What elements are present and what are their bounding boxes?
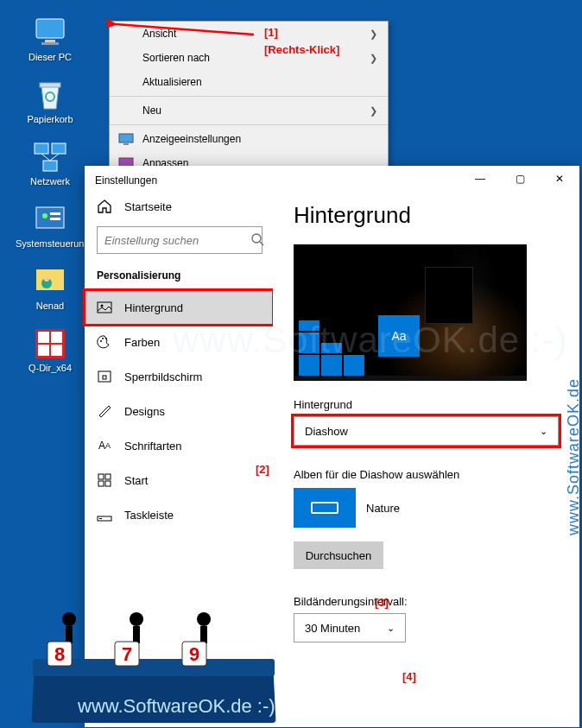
nav-fonts[interactable]: AA Schriftarten <box>85 428 273 463</box>
search-input[interactable] <box>104 234 250 247</box>
svg-rect-16 <box>38 332 49 343</box>
icon-label: Q-Dir_x64 <box>16 363 85 373</box>
desktop-context-menu: Ansicht❯ Sortieren nach❯ Aktualisieren N… <box>109 21 389 176</box>
interval-dropdown[interactable]: 30 Minuten ⌄ <box>294 613 406 643</box>
section-heading: Personalisierung <box>85 266 273 290</box>
bg-field-label: Hintergrund <box>294 398 559 411</box>
desktop-icon-user[interactable]: Nenad <box>16 264 85 311</box>
svg-rect-5 <box>35 143 48 154</box>
desktop-icon-qdir[interactable]: Q-Dir_x64 <box>16 326 85 373</box>
search-box[interactable] <box>97 226 263 254</box>
watermark-center: www.SoftwareOK.de :-) <box>173 320 567 361</box>
svg-rect-36 <box>98 481 104 486</box>
icon-label: Papierkorb <box>16 114 85 124</box>
ctx-new[interactable]: Neu❯ <box>110 98 388 123</box>
svg-rect-2 <box>41 42 59 45</box>
svg-text:8: 8 <box>54 643 65 665</box>
separator <box>110 96 388 97</box>
svg-point-46 <box>130 612 143 626</box>
icon-label: Netzwerk <box>16 176 85 187</box>
maximize-button[interactable]: ▢ <box>500 166 540 192</box>
ctx-display-settings[interactable]: Anzeigeeinstellungen <box>110 127 388 151</box>
icon-label: Systemsteuerung <box>16 238 85 249</box>
settings-main: — ▢ ✕ Hintergrund Aa Hintergrund Diashow… <box>273 166 579 727</box>
picture-icon <box>97 300 112 315</box>
window-title: Einstellungen <box>85 166 273 195</box>
chevron-down-icon: ⌄ <box>540 426 547 437</box>
icon-label: Nenad <box>16 301 85 311</box>
taskbar-icon <box>97 507 112 522</box>
svg-rect-41 <box>313 503 337 512</box>
chevron-right-icon: ❯ <box>370 98 377 123</box>
svg-rect-7 <box>43 161 57 171</box>
preview-taskbar <box>294 376 527 381</box>
font-icon: AA <box>97 438 112 453</box>
svg-rect-47 <box>133 626 140 643</box>
nav-start[interactable]: Start <box>85 463 273 497</box>
desktop-icon-this-pc[interactable]: Dieser PC <box>16 16 85 62</box>
ctx-refresh[interactable]: Aktualisieren <box>110 70 388 94</box>
svg-rect-1 <box>45 40 55 42</box>
annotation-rightclick: [Rechts-Klick] <box>264 43 339 56</box>
svg-rect-43 <box>66 626 73 643</box>
svg-line-26 <box>260 242 263 245</box>
svg-rect-33 <box>103 376 106 379</box>
svg-rect-32 <box>98 371 111 382</box>
figure-9: 9 <box>182 612 211 666</box>
nav-themes[interactable]: Designs <box>85 394 273 428</box>
icon-label: Dieser PC <box>16 52 85 62</box>
dropdown-value: Diashow <box>305 425 348 438</box>
browse-button[interactable]: Durchsuchen <box>294 541 383 569</box>
display-icon <box>118 131 134 147</box>
ctx-sort[interactable]: Sortieren nach❯ <box>110 46 388 70</box>
close-button[interactable]: ✕ <box>540 166 579 192</box>
nav-taskbar[interactable]: Taskleiste <box>85 497 273 532</box>
svg-rect-34 <box>98 474 104 479</box>
chevron-down-icon: ⌄ <box>387 623 395 634</box>
svg-rect-20 <box>119 134 133 142</box>
minimize-button[interactable]: — <box>460 166 500 192</box>
desktop-icon-network[interactable]: Netzwerk <box>16 140 85 187</box>
svg-rect-21 <box>123 143 129 145</box>
svg-text:9: 9 <box>189 643 199 665</box>
ctx-view[interactable]: Ansicht❯ <box>110 22 388 46</box>
nav-lockscreen[interactable]: Sperrbildschirm <box>85 359 273 394</box>
svg-rect-3 <box>40 83 60 87</box>
svg-rect-51 <box>200 626 207 643</box>
svg-rect-37 <box>105 481 111 486</box>
svg-rect-35 <box>105 474 111 479</box>
album-name: Nature <box>366 502 400 515</box>
svg-point-14 <box>44 276 49 282</box>
nav-label: Hintergrund <box>124 301 183 314</box>
album-item[interactable]: Nature <box>294 488 559 528</box>
search-icon <box>250 232 264 249</box>
chevron-right-icon: ❯ <box>370 46 377 70</box>
chevron-right-icon: ❯ <box>370 22 377 46</box>
nav-label: Designs <box>124 405 165 418</box>
nav-label: Start <box>124 474 148 487</box>
annotation-4: [4] <box>402 670 416 683</box>
figure-8: 8 <box>47 612 76 666</box>
svg-rect-10 <box>50 212 60 215</box>
desktop-icon-recycle-bin[interactable]: Papierkorb <box>16 78 85 124</box>
window-buttons: — ▢ ✕ <box>460 166 579 192</box>
number-figures: 8 7 9 <box>45 611 235 683</box>
nav-home[interactable]: Startseite <box>85 195 273 226</box>
svg-rect-18 <box>38 345 49 356</box>
annotation-3: [3] <box>375 596 389 609</box>
desktop-icon-control-panel[interactable]: Systemsteuerung <box>16 202 85 249</box>
svg-point-30 <box>102 338 104 339</box>
footer-text: www.SoftwareOK.de :-) <box>78 695 275 718</box>
album-label: Alben für die Diashow auswählen <box>294 468 559 481</box>
page-title: Hintergrund <box>294 202 559 229</box>
background-type-dropdown[interactable]: Diashow ⌄ <box>294 416 559 446</box>
nav-label: Farben <box>124 336 160 349</box>
svg-point-31 <box>105 338 107 339</box>
brush-icon <box>97 403 112 419</box>
svg-point-25 <box>252 234 261 243</box>
nav-label: Taskleiste <box>124 509 174 522</box>
home-icon <box>97 199 112 214</box>
annotation-2: [2] <box>256 463 269 476</box>
svg-rect-0 <box>36 19 64 38</box>
palette-icon <box>97 334 112 350</box>
